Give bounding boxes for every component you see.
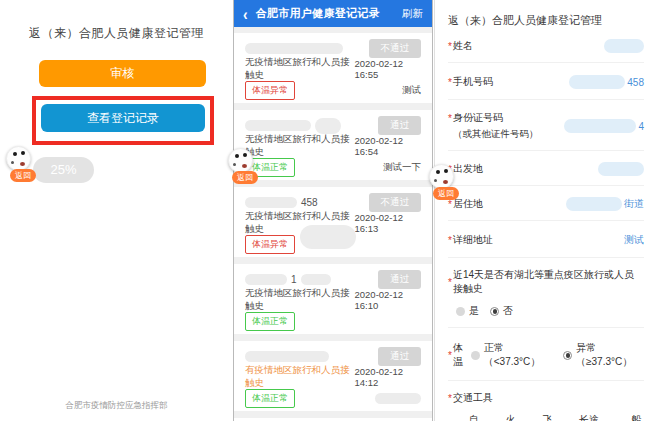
radio-option-self-drive[interactable]: 自驾 <box>456 413 482 421</box>
back-bubble-button[interactable]: 返回 <box>433 187 459 200</box>
record-time: 2020-02-12 16:54 <box>355 135 422 157</box>
radio-label: 是 <box>469 304 479 318</box>
status-badge: 通过 <box>378 270 421 289</box>
panel-admin-home: 返（来）合肥人员健康登记管理 审核 查看登记记录 25% 合肥市疫情防控应急指挥… <box>0 0 233 421</box>
assistant-bug-icon <box>429 164 454 189</box>
floating-back-widget[interactable]: 返回 <box>427 164 489 210</box>
field-label: 身份证号码 <box>453 111 503 125</box>
list-title: 合肥市用户健康登记记录 <box>256 6 380 21</box>
record-time: 2020-02-12 14:12 <box>355 366 422 388</box>
floating-back-widget[interactable]: 返回 <box>226 148 288 194</box>
record-card[interactable]: 1 通过 无疫情地区旅行和人员接触史 2020-02-12 16:10 体温正常 <box>234 264 432 334</box>
field-id-number: *身份证号码 （或其他证件号码） 4 <box>448 100 644 151</box>
record-desc: 无疫情地区旅行和人员接触史 <box>245 287 355 313</box>
footer-text: 合肥市疫情防控应急指挥部 <box>0 400 233 412</box>
refresh-button[interactable]: 刷新 <box>402 7 423 21</box>
assistant-bug-icon <box>228 148 253 173</box>
required-mark: * <box>448 41 452 52</box>
record-card[interactable]: 458 不通过 无疫情地区旅行和人员接触史 2020-02-12 16:13 体… <box>234 187 432 257</box>
question-label: 近14天是否有湖北等重点疫区旅行或人员接触史 <box>453 268 644 296</box>
temperature-badge: 体温正常 <box>245 312 295 331</box>
redacted-name <box>315 118 341 134</box>
record-name-visible: 1 <box>291 274 297 285</box>
radio-option-no[interactable]: 否 <box>490 304 513 318</box>
radio-option-temp-normal[interactable]: 正常（<37.3°C） <box>471 341 552 369</box>
field-label: 详细地址 <box>453 233 493 247</box>
redacted-name <box>301 274 331 285</box>
record-desc: 有疫情地区旅行和人员接触史 <box>245 364 355 390</box>
radio-label: 否 <box>503 304 513 318</box>
required-mark: * <box>448 235 452 246</box>
list-header: ‹ 合肥市用户健康登记记录 刷新 <box>234 0 432 27</box>
radio-label: 火车 <box>506 413 519 421</box>
screenshot-stage: 返（来）合肥人员健康登记管理 审核 查看登记记录 25% 合肥市疫情防控应急指挥… <box>0 0 657 421</box>
temperature-badge: 体温异常 <box>245 235 295 254</box>
radio-label: 异常（≥37.3°C） <box>576 341 644 369</box>
record-time: 2020-02-12 16:13 <box>355 212 422 234</box>
required-mark: * <box>448 277 452 288</box>
record-note: 测试一下 <box>383 161 421 174</box>
required-mark: * <box>448 350 452 361</box>
radio-icon[interactable] <box>456 307 465 316</box>
transport-block: *交通工具 自驾 火车 飞机 长途汽车 船舶 <box>448 381 644 421</box>
redacted-value <box>604 39 644 53</box>
redacted-value <box>566 197 622 211</box>
redacted-name <box>245 197 297 208</box>
required-mark: * <box>448 113 452 124</box>
required-mark: * <box>448 393 452 404</box>
record-time: 2020-02-12 16:55 <box>355 58 422 80</box>
panel-record-list: ‹ 合肥市用户健康登记记录 刷新 不通过 无疫情地区旅行和人员接触史 2020-… <box>233 0 433 421</box>
view-records-button[interactable]: 查看登记记录 <box>41 104 205 132</box>
record-note: 测试 <box>402 84 421 97</box>
status-badge: 不通过 <box>369 39 422 58</box>
radio-option-train[interactable]: 火车 <box>493 413 519 421</box>
question-block: *近14天是否有湖北等重点疫区旅行或人员接触史 是 否 <box>448 258 644 328</box>
field-label: 手机号码 <box>453 75 493 89</box>
panel-record-detail: 返（来）合肥人员健康登记管理 *姓名 *手机号码 458 *身份证号码 （或其他… <box>434 0 657 421</box>
back-bubble-button[interactable]: 返回 <box>232 171 258 184</box>
field-name: *姓名 <box>448 28 644 63</box>
assistant-bug-icon <box>6 146 31 171</box>
status-badge: 不通过 <box>369 193 422 212</box>
field-phone: *手机号码 458 <box>448 63 644 100</box>
record-desc: 无疫情地区旅行和人员接触史 <box>245 56 355 82</box>
radio-label: 船舶 <box>631 413 644 421</box>
record-card[interactable]: 通过 有疫情地区旅行和人员接触史 2020-02-12 14:12 体温正常 <box>234 341 432 411</box>
record-list: 不通过 无疫情地区旅行和人员接触史 2020-02-12 16:55 体温异常 … <box>234 27 432 421</box>
temperature-badge: 体温正常 <box>245 389 295 408</box>
floating-back-widget[interactable]: 返回 <box>4 146 66 192</box>
radio-label: 飞机 <box>542 413 555 421</box>
field-sublabel: （或其他证件号码） <box>453 128 539 141</box>
radio-option-yes[interactable]: 是 <box>456 304 479 318</box>
radio-icon[interactable] <box>471 351 480 360</box>
redacted-value <box>598 162 644 176</box>
redacted-note <box>375 393 421 404</box>
back-bubble-button[interactable]: 返回 <box>10 169 36 182</box>
redacted-value <box>564 119 636 133</box>
field-value: 4 <box>638 121 644 132</box>
radio-label: 长途汽车 <box>579 413 607 421</box>
radio-option-ship[interactable]: 船舶 <box>618 413 644 421</box>
field-label: 姓名 <box>453 39 473 53</box>
status-badge: 通过 <box>378 116 421 135</box>
field-value: 458 <box>627 77 644 88</box>
radio-option-plane[interactable]: 飞机 <box>529 413 555 421</box>
radio-option-coach[interactable]: 长途汽车 <box>566 413 607 421</box>
radio-option-temp-abnormal[interactable]: 异常（≥37.3°C） <box>563 341 644 369</box>
redacted-name <box>245 351 329 362</box>
radio-icon-selected[interactable] <box>490 307 499 316</box>
record-card[interactable]: 不通过 无疫情地区旅行和人员接触史 2020-02-12 16:55 体温异常 … <box>234 33 432 103</box>
back-chevron-icon[interactable]: ‹ <box>243 5 248 22</box>
radio-label: 正常（<37.3°C） <box>484 341 552 369</box>
field-address: *详细地址 测试 <box>448 221 644 258</box>
field-label: 体温 <box>453 341 471 369</box>
audit-button[interactable]: 审核 <box>39 60 206 87</box>
field-value: 街道 <box>624 197 644 211</box>
radio-icon-selected[interactable] <box>563 351 572 360</box>
redacted-smudge <box>300 225 356 249</box>
radio-label: 自驾 <box>469 413 482 421</box>
required-mark: * <box>448 77 452 88</box>
field-value: 测试 <box>624 233 644 247</box>
status-badge: 通过 <box>378 347 421 366</box>
page-title: 返（来）合肥人员健康登记管理 <box>0 25 233 42</box>
